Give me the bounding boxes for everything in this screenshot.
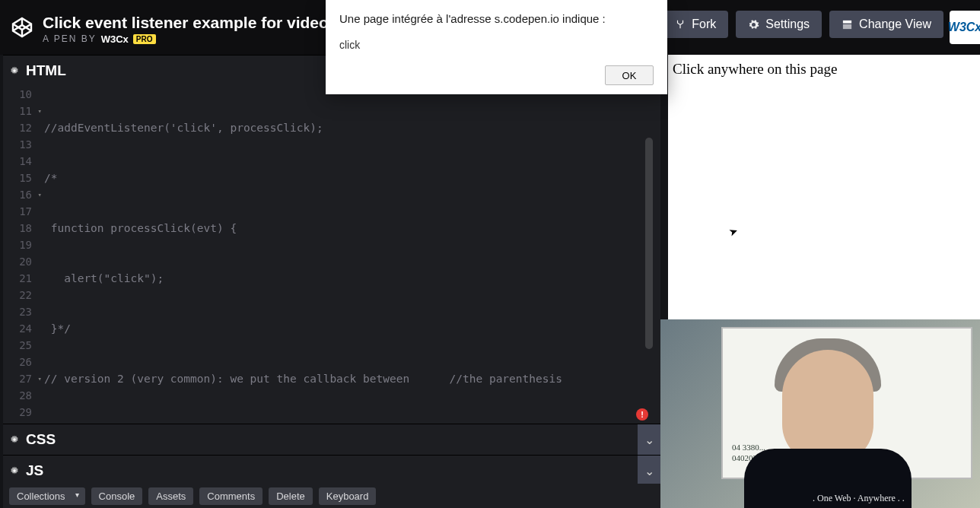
line-gutter: 10 11 12 13 14 15 16 17 18 19 20 21 22 2… xyxy=(3,86,38,424)
preview-pane[interactable]: Click anywhere on this page xyxy=(668,55,980,344)
pen-author[interactable]: W3Cx xyxy=(101,33,129,45)
fork-label: Fork xyxy=(692,17,716,31)
dialog-message: click xyxy=(339,39,654,51)
css-panel-header[interactable]: CSS ⌄ xyxy=(3,424,660,455)
code-editor[interactable]: 10 11 12 13 14 15 16 17 18 19 20 21 22 2… xyxy=(3,86,660,424)
code-lines[interactable]: //addEventListener('click', processClick… xyxy=(44,86,562,424)
settings-label: Settings xyxy=(765,17,810,31)
video-thumbnail[interactable]: 04 3380... 0402030350 . One Web · Anywhe… xyxy=(660,319,980,508)
js-panel-title: JS xyxy=(26,462,43,479)
collections-select[interactable]: Collections xyxy=(9,487,85,505)
html-panel-title: HTML xyxy=(26,62,66,79)
layout-icon xyxy=(842,19,853,30)
gear-icon[interactable] xyxy=(3,434,26,445)
pen-by-label: A PEN BY xyxy=(43,33,97,44)
fork-icon xyxy=(675,19,686,30)
gear-icon xyxy=(748,19,759,30)
chevron-down-icon[interactable]: ⌄ xyxy=(638,424,660,456)
pro-badge: PRO xyxy=(133,34,156,44)
error-indicator-icon[interactable]: ! xyxy=(636,408,648,421)
keyboard-button[interactable]: Keyboard xyxy=(319,487,377,505)
svg-rect-3 xyxy=(843,20,851,23)
editor-column: HTML 10 11 12 13 14 15 16 17 18 19 20 21… xyxy=(3,55,660,508)
ok-button[interactable]: OK xyxy=(605,65,654,85)
svg-rect-4 xyxy=(843,24,851,28)
change-view-label: Change View xyxy=(859,17,931,31)
delete-button[interactable]: Delete xyxy=(269,487,313,505)
preview-body-text: Click anywhere on this page xyxy=(673,61,837,77)
assets-button[interactable]: Assets xyxy=(148,487,193,505)
comments-button[interactable]: Comments xyxy=(199,487,262,505)
profile-chip[interactable]: W3Cx xyxy=(950,11,980,44)
codepen-logo-icon[interactable] xyxy=(9,14,35,40)
console-button[interactable]: Console xyxy=(91,487,143,505)
alert-dialog: Une page intégrée à l'adresse s.codepen.… xyxy=(326,0,667,94)
gear-icon[interactable] xyxy=(3,65,26,76)
js-panel-header[interactable]: JS ⌄ xyxy=(3,455,660,486)
settings-button[interactable]: Settings xyxy=(736,11,822,38)
gear-icon[interactable] xyxy=(3,465,26,476)
person-head xyxy=(782,350,873,464)
pen-title[interactable]: Click event listener example for video xyxy=(43,14,329,32)
shirt-text: . One Web · Anywhere . . xyxy=(813,493,905,504)
change-view-button[interactable]: Change View xyxy=(829,11,943,38)
css-panel-title: CSS xyxy=(26,431,56,448)
chevron-down-icon[interactable]: ⌄ xyxy=(638,456,660,487)
scrollbar-thumb[interactable] xyxy=(645,138,653,349)
dialog-title: Une page intégrée à l'adresse s.codepen.… xyxy=(339,12,654,25)
fork-button[interactable]: Fork xyxy=(663,11,728,38)
